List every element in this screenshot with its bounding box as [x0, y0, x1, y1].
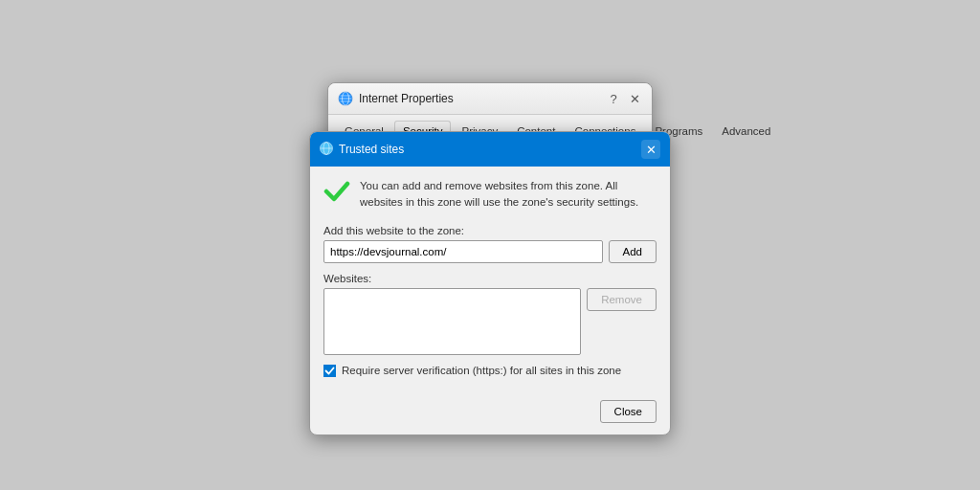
remove-btn-container: Remove: [587, 288, 657, 355]
dialog-info-text: You can add and remove websites from thi…: [360, 178, 657, 212]
checkmark-icon: [323, 178, 350, 205]
internet-properties-window: Internet Properties ? ✕ General Security…: [327, 82, 653, 408]
dialog-close-x-button[interactable]: ✕: [641, 140, 660, 159]
websites-list[interactable]: [323, 288, 581, 355]
dialog-title: Trusted sites: [339, 143, 404, 156]
title-bar: Internet Properties ? ✕: [328, 83, 652, 115]
dialog-content: You can add and remove websites from thi…: [310, 167, 670, 400]
add-label: Add this website to the zone:: [323, 225, 657, 236]
add-input-row: Add: [323, 240, 657, 263]
trusted-sites-dialog: Trusted sites ✕ You can add and remove w…: [309, 131, 671, 435]
dialog-titlebar-left: Trusted sites: [320, 142, 404, 158]
add-button[interactable]: Add: [609, 240, 657, 263]
window-title: Internet Properties: [359, 92, 454, 105]
add-website-input[interactable]: [323, 240, 603, 263]
dialog-title-icon: [320, 142, 333, 158]
checkbox-row: Require server verification (https:) for…: [323, 365, 657, 377]
websites-row: Remove: [323, 288, 657, 355]
websites-label: Websites:: [323, 273, 657, 284]
dialog-footer: Close: [310, 400, 670, 434]
title-bar-left: Internet Properties: [338, 91, 454, 106]
dialog-info-row: You can add and remove websites from thi…: [323, 178, 657, 212]
title-bar-buttons: ? ✕: [606, 91, 642, 106]
close-button[interactable]: Close: [600, 400, 657, 423]
checkbox-label: Require server verification (https:) for…: [342, 365, 621, 376]
dialog-titlebar: Trusted sites ✕: [310, 132, 670, 167]
window-icon: [338, 91, 353, 106]
https-checkbox[interactable]: [323, 365, 336, 377]
trusted-sites-dialog-overlay: Trusted sites ✕ You can add and remove w…: [309, 131, 671, 435]
tab-advanced[interactable]: Advanced: [713, 121, 779, 142]
remove-button[interactable]: Remove: [587, 288, 657, 311]
close-window-button[interactable]: ✕: [627, 91, 642, 106]
help-button[interactable]: ?: [606, 91, 621, 106]
